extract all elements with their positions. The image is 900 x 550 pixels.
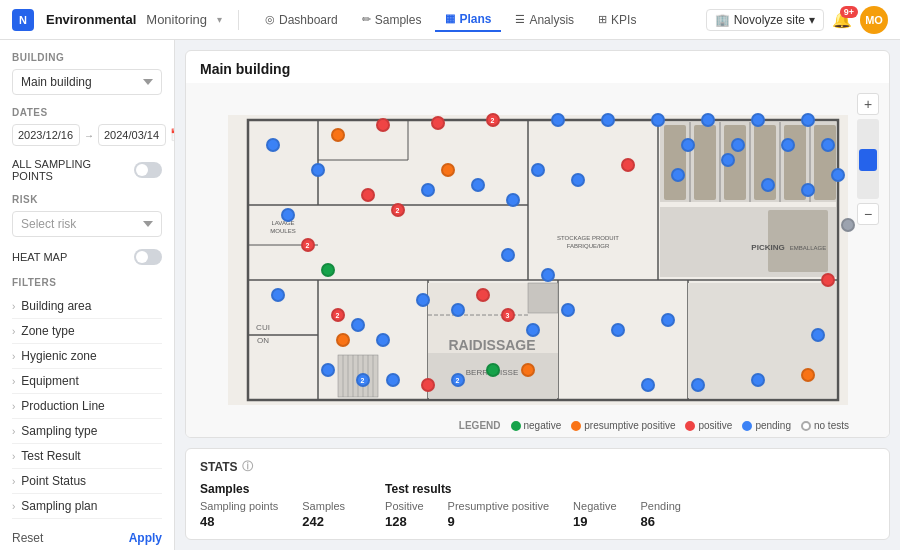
reset-button[interactable]: Reset bbox=[12, 531, 43, 545]
sampling-point[interactable] bbox=[821, 273, 835, 287]
sampling-point[interactable] bbox=[751, 373, 765, 387]
zoom-slider-track[interactable] bbox=[857, 119, 879, 199]
sampling-point[interactable] bbox=[351, 318, 365, 332]
sampling-point[interactable] bbox=[721, 153, 735, 167]
sampling-point[interactable] bbox=[821, 138, 835, 152]
nav-item-samples[interactable]: ✏ Samples bbox=[352, 8, 432, 32]
sampling-point[interactable]: 3 bbox=[501, 308, 515, 322]
sampling-point[interactable] bbox=[331, 128, 345, 142]
sampling-point[interactable]: 2 bbox=[451, 373, 465, 387]
filter-item[interactable]: ›Sampling plan bbox=[12, 494, 162, 519]
sampling-point[interactable] bbox=[751, 113, 765, 127]
sampling-point[interactable] bbox=[421, 183, 435, 197]
date-arrow-icon: → bbox=[84, 130, 94, 141]
sampling-point[interactable]: 2 bbox=[356, 373, 370, 387]
sampling-point[interactable] bbox=[476, 288, 490, 302]
zoom-out-button[interactable]: − bbox=[857, 203, 879, 225]
site-selector[interactable]: 🏢 Novolyze site ▾ bbox=[706, 9, 824, 31]
sampling-point[interactable] bbox=[376, 333, 390, 347]
date-from-input[interactable] bbox=[12, 124, 80, 146]
zoom-in-button[interactable]: + bbox=[857, 93, 879, 115]
sampling-point[interactable] bbox=[801, 113, 815, 127]
sampling-point[interactable] bbox=[486, 363, 500, 377]
sampling-point[interactable] bbox=[801, 368, 815, 382]
sampling-point[interactable]: 2 bbox=[331, 308, 345, 322]
sampling-point[interactable] bbox=[386, 373, 400, 387]
sampling-point[interactable]: 2 bbox=[391, 203, 405, 217]
filter-item[interactable]: ›Zone type bbox=[12, 319, 162, 344]
sampling-point[interactable] bbox=[281, 208, 295, 222]
sampling-point[interactable] bbox=[801, 183, 815, 197]
pending-col-label: Pending bbox=[641, 500, 681, 512]
zoom-slider-thumb[interactable] bbox=[859, 149, 877, 171]
risk-select[interactable]: Select risk bbox=[12, 211, 162, 237]
sampling-point[interactable] bbox=[376, 118, 390, 132]
sampling-point[interactable] bbox=[831, 168, 845, 182]
nav-item-kpis[interactable]: ⊞ KPIs bbox=[588, 8, 646, 32]
app-chevron-icon[interactable]: ▾ bbox=[217, 14, 222, 25]
sampling-point[interactable] bbox=[731, 138, 745, 152]
filter-item[interactable]: ›Point Status bbox=[12, 469, 162, 494]
user-avatar[interactable]: MO bbox=[860, 6, 888, 34]
sampling-point[interactable] bbox=[336, 333, 350, 347]
filter-item[interactable]: ›Sampling type bbox=[12, 419, 162, 444]
samples-icon: ✏ bbox=[362, 13, 371, 26]
sampling-point[interactable] bbox=[571, 173, 585, 187]
sampling-point[interactable] bbox=[361, 188, 375, 202]
filter-item[interactable]: ›Test Result bbox=[12, 444, 162, 469]
dashboard-icon: ◎ bbox=[265, 13, 275, 26]
sampling-point[interactable] bbox=[811, 328, 825, 342]
sampling-point[interactable] bbox=[761, 178, 775, 192]
nav-item-dashboard[interactable]: ◎ Dashboard bbox=[255, 8, 348, 32]
sampling-point[interactable] bbox=[321, 263, 335, 277]
filter-item[interactable]: ›Building area bbox=[12, 294, 162, 319]
sampling-point[interactable] bbox=[416, 293, 430, 307]
notification-button[interactable]: 🔔 9+ bbox=[832, 10, 852, 29]
date-to-input[interactable] bbox=[98, 124, 166, 146]
heat-map-toggle[interactable] bbox=[134, 249, 162, 265]
sampling-point[interactable] bbox=[661, 313, 675, 327]
sampling-point[interactable] bbox=[621, 158, 635, 172]
sampling-point[interactable] bbox=[531, 163, 545, 177]
sampling-point[interactable] bbox=[321, 363, 335, 377]
legend-notests: no tests bbox=[801, 420, 849, 431]
building-select[interactable]: Main building bbox=[12, 69, 162, 95]
sampling-point[interactable] bbox=[441, 163, 455, 177]
sampling-point[interactable] bbox=[841, 218, 855, 232]
sampling-point[interactable] bbox=[601, 113, 615, 127]
sampling-point[interactable] bbox=[691, 378, 705, 392]
sampling-point[interactable] bbox=[451, 303, 465, 317]
sampling-point[interactable] bbox=[681, 138, 695, 152]
filter-item[interactable]: ›Hygienic zone bbox=[12, 344, 162, 369]
legend-pending-label: pending bbox=[755, 420, 791, 431]
sampling-point[interactable] bbox=[311, 163, 325, 177]
sampling-point[interactable] bbox=[611, 323, 625, 337]
sampling-point[interactable] bbox=[471, 178, 485, 192]
nav-item-analysis[interactable]: ☰ Analysis bbox=[505, 8, 584, 32]
sampling-point[interactable] bbox=[521, 363, 535, 377]
sampling-point[interactable] bbox=[641, 378, 655, 392]
sampling-point[interactable] bbox=[541, 268, 555, 282]
filter-item[interactable]: ›Equipment bbox=[12, 369, 162, 394]
filter-item[interactable]: ›Production Line bbox=[12, 394, 162, 419]
sampling-point[interactable] bbox=[561, 303, 575, 317]
sampling-point[interactable] bbox=[501, 248, 515, 262]
sampling-point[interactable] bbox=[781, 138, 795, 152]
sampling-point[interactable] bbox=[671, 168, 685, 182]
sampling-point[interactable] bbox=[701, 113, 715, 127]
sampling-point[interactable] bbox=[506, 193, 520, 207]
sampling-points-toggle[interactable] bbox=[134, 162, 162, 178]
sampling-point[interactable] bbox=[526, 323, 540, 337]
sampling-point[interactable] bbox=[431, 116, 445, 130]
presumptive-dot bbox=[571, 421, 581, 431]
apply-button[interactable]: Apply bbox=[129, 531, 162, 545]
sampling-point[interactable] bbox=[266, 138, 280, 152]
sampling-point[interactable]: 2 bbox=[301, 238, 315, 252]
sampling-point[interactable] bbox=[651, 113, 665, 127]
sampling-point[interactable]: 2 bbox=[486, 113, 500, 127]
sampling-point[interactable] bbox=[551, 113, 565, 127]
nav-item-plans[interactable]: ▦ Plans bbox=[435, 8, 501, 32]
site-label: Novolyze site bbox=[734, 13, 805, 27]
sampling-point[interactable] bbox=[421, 378, 435, 392]
sampling-point[interactable] bbox=[271, 288, 285, 302]
